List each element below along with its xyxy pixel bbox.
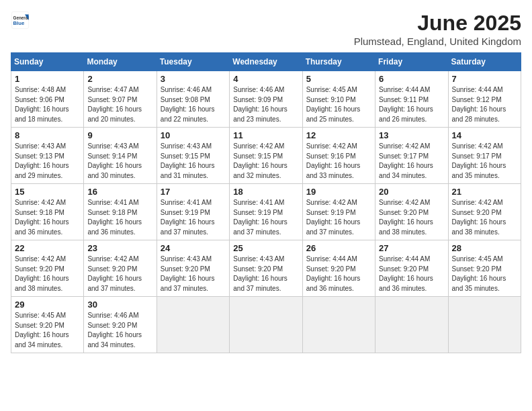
day-number: 30: [87, 300, 152, 310]
day-number: 9: [87, 130, 152, 140]
day-detail: Sunrise: 4:43 AMSunset: 9:20 PMDaylight:…: [161, 255, 215, 292]
day-number: 27: [379, 243, 444, 253]
day-detail: Sunrise: 4:42 AMSunset: 9:18 PMDaylight:…: [15, 199, 69, 236]
day-detail: Sunrise: 4:41 AMSunset: 9:18 PMDaylight:…: [87, 199, 142, 236]
day-detail: Sunrise: 4:46 AMSunset: 9:20 PMDaylight:…: [87, 312, 142, 349]
day-number: 18: [233, 187, 298, 197]
calendar-cell: 8 Sunrise: 4:43 AMSunset: 9:13 PMDayligh…: [11, 128, 84, 184]
day-detail: Sunrise: 4:47 AMSunset: 9:07 PMDaylight:…: [87, 86, 142, 123]
calendar-cell: 14 Sunrise: 4:42 AMSunset: 9:17 PMDaylig…: [448, 128, 521, 184]
day-number: 20: [379, 187, 444, 197]
calendar-week-row: 1 Sunrise: 4:48 AMSunset: 9:06 PMDayligh…: [11, 71, 521, 128]
day-number: 1: [15, 74, 80, 84]
day-detail: Sunrise: 4:43 AMSunset: 9:13 PMDaylight:…: [15, 142, 69, 179]
day-number: 16: [87, 187, 152, 197]
calendar-week-row: 29 Sunrise: 4:45 AMSunset: 9:20 PMDaylig…: [11, 297, 521, 353]
calendar-cell: [157, 297, 229, 353]
col-header-wednesday: Wednesday: [230, 53, 302, 71]
day-detail: Sunrise: 4:42 AMSunset: 9:19 PMDaylight:…: [306, 199, 361, 236]
day-number: 4: [233, 74, 298, 84]
calendar-cell: 20 Sunrise: 4:42 AMSunset: 9:20 PMDaylig…: [375, 184, 448, 240]
calendar-cell: 24 Sunrise: 4:43 AMSunset: 9:20 PMDaylig…: [157, 240, 229, 297]
day-detail: Sunrise: 4:43 AMSunset: 9:14 PMDaylight:…: [87, 142, 142, 179]
calendar-cell: 13 Sunrise: 4:42 AMSunset: 9:17 PMDaylig…: [375, 128, 448, 184]
calendar-cell: 26 Sunrise: 4:44 AMSunset: 9:20 PMDaylig…: [302, 240, 375, 297]
calendar-cell: 23 Sunrise: 4:42 AMSunset: 9:20 PMDaylig…: [84, 240, 157, 297]
location-title: Plumstead, England, United Kingdom: [354, 36, 521, 47]
day-detail: Sunrise: 4:46 AMSunset: 9:09 PMDaylight:…: [233, 86, 287, 123]
day-number: 28: [452, 243, 517, 253]
day-detail: Sunrise: 4:44 AMSunset: 9:11 PMDaylight:…: [379, 86, 433, 123]
day-number: 7: [452, 74, 517, 84]
logo-icon: General Blue: [11, 11, 30, 30]
calendar-cell: 18 Sunrise: 4:41 AMSunset: 9:19 PMDaylig…: [230, 184, 302, 240]
calendar-cell: [375, 297, 448, 353]
col-header-thursday: Thursday: [302, 53, 375, 71]
calendar-cell: 15 Sunrise: 4:42 AMSunset: 9:18 PMDaylig…: [11, 184, 84, 240]
calendar-cell: 27 Sunrise: 4:44 AMSunset: 9:20 PMDaylig…: [375, 240, 448, 297]
calendar-week-row: 15 Sunrise: 4:42 AMSunset: 9:18 PMDaylig…: [11, 184, 521, 240]
calendar-table: SundayMondayTuesdayWednesdayThursdayFrid…: [11, 52, 521, 353]
day-number: 19: [306, 187, 371, 197]
calendar-cell: 19 Sunrise: 4:42 AMSunset: 9:19 PMDaylig…: [302, 184, 375, 240]
day-detail: Sunrise: 4:42 AMSunset: 9:17 PMDaylight:…: [379, 142, 433, 179]
calendar-header-row: SundayMondayTuesdayWednesdayThursdayFrid…: [11, 53, 521, 71]
day-detail: Sunrise: 4:45 AMSunset: 9:10 PMDaylight:…: [306, 86, 361, 123]
day-number: 17: [161, 187, 226, 197]
day-detail: Sunrise: 4:46 AMSunset: 9:08 PMDaylight:…: [161, 86, 215, 123]
month-title: June 2025: [354, 11, 521, 36]
col-header-tuesday: Tuesday: [157, 53, 229, 71]
page-header: General Blue June 2025 Plumstead, Englan…: [11, 11, 521, 47]
svg-text:Blue: Blue: [13, 20, 25, 26]
calendar-cell: 11 Sunrise: 4:42 AMSunset: 9:15 PMDaylig…: [230, 128, 302, 184]
calendar-cell: 10 Sunrise: 4:43 AMSunset: 9:15 PMDaylig…: [157, 128, 229, 184]
calendar-week-row: 22 Sunrise: 4:42 AMSunset: 9:20 PMDaylig…: [11, 240, 521, 297]
calendar-cell: 29 Sunrise: 4:45 AMSunset: 9:20 PMDaylig…: [11, 297, 84, 353]
day-detail: Sunrise: 4:41 AMSunset: 9:19 PMDaylight:…: [233, 199, 287, 236]
calendar-cell: 1 Sunrise: 4:48 AMSunset: 9:06 PMDayligh…: [11, 71, 84, 128]
day-number: 3: [161, 74, 226, 84]
calendar-cell: [448, 297, 521, 353]
day-number: 25: [233, 243, 298, 253]
day-number: 29: [15, 300, 80, 310]
calendar-cell: 17 Sunrise: 4:41 AMSunset: 9:19 PMDaylig…: [157, 184, 229, 240]
day-number: 22: [15, 243, 80, 253]
day-number: 6: [379, 74, 444, 84]
day-detail: Sunrise: 4:43 AMSunset: 9:15 PMDaylight:…: [161, 142, 215, 179]
calendar-week-row: 8 Sunrise: 4:43 AMSunset: 9:13 PMDayligh…: [11, 128, 521, 184]
day-detail: Sunrise: 4:44 AMSunset: 9:12 PMDaylight:…: [452, 86, 506, 123]
day-detail: Sunrise: 4:45 AMSunset: 9:20 PMDaylight:…: [452, 255, 506, 292]
day-detail: Sunrise: 4:42 AMSunset: 9:16 PMDaylight:…: [306, 142, 361, 179]
calendar-cell: 4 Sunrise: 4:46 AMSunset: 9:09 PMDayligh…: [230, 71, 302, 128]
col-header-saturday: Saturday: [448, 53, 521, 71]
calendar-cell: 28 Sunrise: 4:45 AMSunset: 9:20 PMDaylig…: [448, 240, 521, 297]
calendar-cell: 12 Sunrise: 4:42 AMSunset: 9:16 PMDaylig…: [302, 128, 375, 184]
col-header-sunday: Sunday: [11, 53, 84, 71]
calendar-cell: 30 Sunrise: 4:46 AMSunset: 9:20 PMDaylig…: [84, 297, 157, 353]
day-detail: Sunrise: 4:42 AMSunset: 9:20 PMDaylight:…: [15, 255, 69, 292]
day-number: 13: [379, 130, 444, 140]
calendar-cell: 5 Sunrise: 4:45 AMSunset: 9:10 PMDayligh…: [302, 71, 375, 128]
day-number: 24: [161, 243, 226, 253]
day-number: 23: [87, 243, 152, 253]
day-detail: Sunrise: 4:43 AMSunset: 9:20 PMDaylight:…: [233, 255, 287, 292]
day-detail: Sunrise: 4:42 AMSunset: 9:17 PMDaylight:…: [452, 142, 506, 179]
calendar-cell: 7 Sunrise: 4:44 AMSunset: 9:12 PMDayligh…: [448, 71, 521, 128]
day-number: 26: [306, 243, 371, 253]
day-detail: Sunrise: 4:42 AMSunset: 9:20 PMDaylight:…: [379, 199, 433, 236]
calendar-cell: 3 Sunrise: 4:46 AMSunset: 9:08 PMDayligh…: [157, 71, 229, 128]
logo: General Blue: [11, 11, 31, 30]
calendar-cell: 9 Sunrise: 4:43 AMSunset: 9:14 PMDayligh…: [84, 128, 157, 184]
calendar-cell: 6 Sunrise: 4:44 AMSunset: 9:11 PMDayligh…: [375, 71, 448, 128]
day-number: 21: [452, 187, 517, 197]
calendar-cell: [302, 297, 375, 353]
day-number: 15: [15, 187, 80, 197]
day-number: 10: [161, 130, 226, 140]
calendar-cell: 25 Sunrise: 4:43 AMSunset: 9:20 PMDaylig…: [230, 240, 302, 297]
calendar-cell: 16 Sunrise: 4:41 AMSunset: 9:18 PMDaylig…: [84, 184, 157, 240]
col-header-friday: Friday: [375, 53, 448, 71]
day-detail: Sunrise: 4:42 AMSunset: 9:20 PMDaylight:…: [87, 255, 142, 292]
calendar-cell: 2 Sunrise: 4:47 AMSunset: 9:07 PMDayligh…: [84, 71, 157, 128]
day-number: 11: [233, 130, 298, 140]
day-detail: Sunrise: 4:42 AMSunset: 9:20 PMDaylight:…: [452, 199, 506, 236]
